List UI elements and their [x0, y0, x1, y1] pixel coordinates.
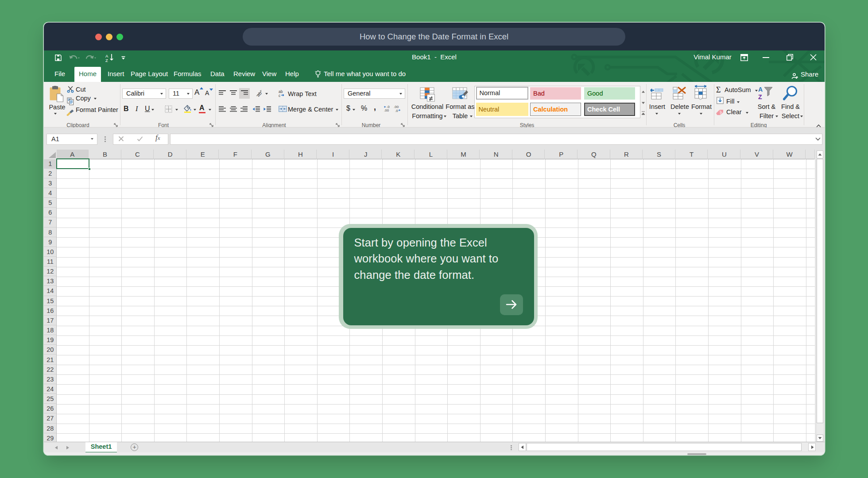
svg-text:Z: Z: [758, 93, 762, 100]
svg-text:A: A: [758, 86, 763, 93]
svg-text:.0: .0: [395, 109, 398, 112]
svg-text:.00: .00: [384, 108, 389, 112]
svg-text:.0: .0: [387, 105, 390, 109]
